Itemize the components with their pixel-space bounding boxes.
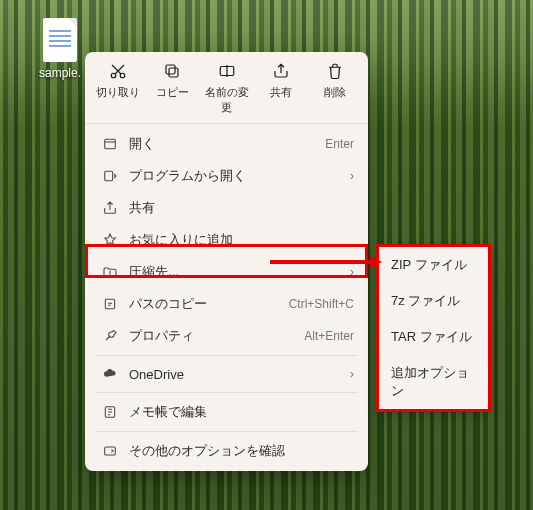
menu-label: プロパティ — [129, 327, 304, 345]
menu-label: その他のオプションを確認 — [129, 442, 354, 460]
menu-item-share[interactable]: 共有 — [85, 192, 368, 224]
star-icon — [99, 232, 121, 248]
context-menu-toolbar: 切り取り コピー 名前の変更 共有 削除 — [85, 52, 368, 124]
submenu-item-7z[interactable]: 7z ファイル — [379, 283, 488, 319]
chevron-right-icon: › — [342, 367, 354, 381]
menu-label: 共有 — [129, 199, 354, 217]
notepad-icon — [99, 404, 121, 420]
svg-rect-7 — [105, 299, 114, 308]
menu-item-properties[interactable]: プロパティ Alt+Enter — [85, 320, 368, 352]
menu-accel: Alt+Enter — [304, 329, 354, 343]
context-menu: 切り取り コピー 名前の変更 共有 削除 — [85, 52, 368, 471]
rename-button[interactable]: 名前の変更 — [199, 60, 253, 117]
trash-icon — [308, 62, 362, 82]
menu-item-notepad[interactable]: メモ帳で編集 — [85, 396, 368, 428]
onedrive-icon — [99, 366, 121, 382]
compress-submenu: ZIP ファイル 7z ファイル TAR ファイル 追加オプション — [376, 244, 491, 412]
menu-accel: Enter — [325, 137, 354, 151]
text-file-icon — [43, 18, 77, 62]
submenu-item-zip[interactable]: ZIP ファイル — [379, 247, 488, 283]
menu-label: プログラムから開く — [129, 167, 342, 185]
menu-label: お気に入りに追加 — [129, 231, 354, 249]
menu-label: パスのコピー — [129, 295, 289, 313]
copy-path-icon — [99, 296, 121, 312]
chevron-right-icon: › — [342, 265, 354, 279]
menu-item-compress[interactable]: 圧縮先... › — [85, 256, 368, 288]
share-toolbar-button[interactable]: 共有 — [254, 60, 308, 117]
submenu-item-additional[interactable]: 追加オプション — [379, 355, 488, 409]
rename-icon — [199, 62, 253, 82]
submenu-item-tar[interactable]: TAR ファイル — [379, 319, 488, 355]
copy-label: コピー — [156, 86, 189, 98]
cut-label: 切り取り — [96, 86, 140, 98]
menu-item-open[interactable]: 開く Enter — [85, 128, 368, 160]
chevron-right-icon: › — [342, 169, 354, 183]
svg-rect-2 — [169, 68, 178, 77]
file-label: sample. — [30, 66, 90, 80]
scissors-icon — [91, 62, 145, 82]
menu-item-open-with[interactable]: プログラムから開く › — [85, 160, 368, 192]
open-icon — [99, 136, 121, 152]
menu-label: 開く — [129, 135, 325, 153]
wrench-icon — [99, 328, 121, 344]
svg-rect-6 — [105, 171, 113, 180]
copy-button[interactable]: コピー — [145, 60, 199, 117]
menu-item-onedrive[interactable]: OneDrive › — [85, 359, 368, 389]
menu-accel: Ctrl+Shift+C — [289, 297, 354, 311]
share-item-icon — [99, 200, 121, 216]
menu-label: OneDrive — [129, 367, 342, 382]
svg-rect-3 — [166, 65, 175, 74]
menu-label: メモ帳で編集 — [129, 403, 354, 421]
copy-icon — [145, 62, 199, 82]
cut-button[interactable]: 切り取り — [91, 60, 145, 117]
menu-item-favorites[interactable]: お気に入りに追加 — [85, 224, 368, 256]
delete-label: 削除 — [324, 86, 346, 98]
menu-item-copy-path[interactable]: パスのコピー Ctrl+Shift+C — [85, 288, 368, 320]
separator — [95, 392, 358, 393]
share-toolbar-label: 共有 — [270, 86, 292, 98]
menu-item-more[interactable]: その他のオプションを確認 — [85, 435, 368, 467]
separator — [95, 431, 358, 432]
context-menu-list: 開く Enter プログラムから開く › 共有 お気に入りに追加 — [85, 124, 368, 471]
more-icon — [99, 443, 121, 459]
separator — [95, 355, 358, 356]
open-with-icon — [99, 168, 121, 184]
menu-label: 圧縮先... — [129, 263, 342, 281]
rename-label: 名前の変更 — [205, 86, 249, 113]
desktop-file[interactable]: sample. — [30, 18, 90, 80]
share-icon — [254, 62, 308, 82]
svg-rect-5 — [105, 139, 116, 148]
archive-icon — [99, 264, 121, 280]
delete-button[interactable]: 削除 — [308, 60, 362, 117]
